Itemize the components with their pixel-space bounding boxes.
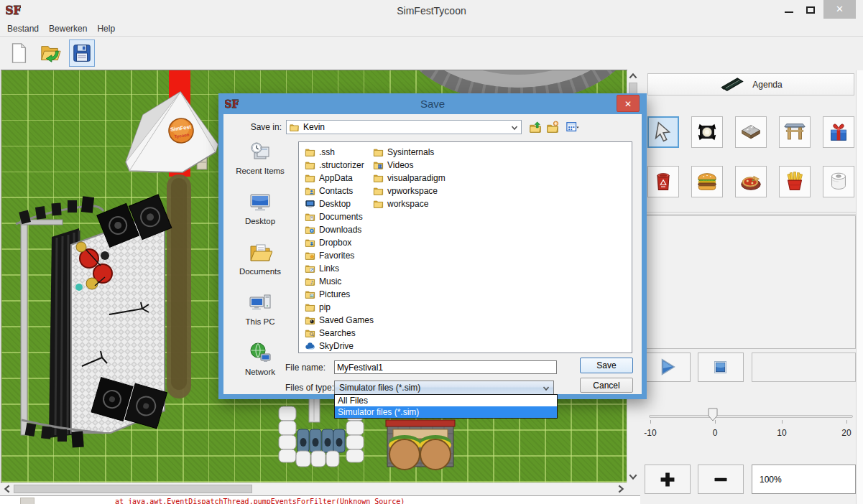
file-item-label: Searches xyxy=(319,328,356,338)
file-item-label: Documents xyxy=(319,212,363,222)
gift-tool-button[interactable] xyxy=(823,116,854,148)
files-of-type-dropdown: All FilesSimulator files (*.sim) xyxy=(334,394,558,419)
file-item-label: SkyDrive xyxy=(319,341,354,351)
file-item-links[interactable]: Links xyxy=(305,262,374,275)
places-bar-label: Recent Items xyxy=(236,167,285,175)
stop-button[interactable] xyxy=(698,353,744,382)
chevron-down-icon xyxy=(542,384,550,393)
up-one-level-button[interactable] xyxy=(527,120,543,134)
folder-icon xyxy=(305,160,315,170)
scroll-left-button[interactable] xyxy=(1,483,13,495)
files-of-type-label: Files of type: xyxy=(285,383,334,393)
file-item-.ssh[interactable]: .ssh xyxy=(305,146,374,159)
pizza-tool-button[interactable] xyxy=(735,166,767,197)
file-item-label: AppData xyxy=(319,173,353,183)
minimize-button[interactable] xyxy=(780,3,798,17)
spotlight-tool-button[interactable] xyxy=(691,116,723,148)
zoom-in-button[interactable] xyxy=(645,465,691,494)
zoom-out-button[interactable] xyxy=(698,465,744,494)
road-tile-tool-button[interactable] xyxy=(735,116,767,148)
file-item-.structorizer[interactable]: .structorizer xyxy=(305,159,374,172)
folder-film-icon xyxy=(373,160,384,170)
save-button[interactable]: Save xyxy=(580,358,633,373)
places-bar-item-documents[interactable]: Documents xyxy=(227,241,293,276)
folder-link-icon xyxy=(305,263,315,274)
file-item-vpworkspace[interactable]: vpworkspace xyxy=(373,185,446,197)
file-item-videos[interactable]: Videos xyxy=(373,159,446,172)
folder-icon xyxy=(305,302,315,312)
file-item-label: Dropbox xyxy=(319,238,351,248)
info-panel xyxy=(645,215,856,349)
dialog-close-button[interactable]: ✕ xyxy=(617,95,640,112)
horizontal-scrollbar-thumb[interactable] xyxy=(14,485,252,493)
places-bar-item-recent-items[interactable]: Recent Items xyxy=(227,140,293,175)
places-bar-item-desktop[interactable]: Desktop xyxy=(227,190,293,225)
file-list[interactable]: .ssh.structorizerAppDataContactsDesktopD… xyxy=(298,141,632,353)
entrance-tent: SimFest Tycoon xyxy=(126,92,218,172)
dialog-titlebar[interactable]: SF Save xyxy=(218,93,647,114)
file-item-contacts[interactable]: Contacts xyxy=(305,185,374,197)
cloud-icon xyxy=(305,341,315,351)
file-item-documents[interactable]: Documents xyxy=(305,210,374,223)
file-item-label: pip xyxy=(319,302,331,312)
slider-thumb[interactable] xyxy=(708,408,718,421)
panel-divider-2 xyxy=(643,214,857,215)
trash-bin-icon xyxy=(651,169,675,194)
scroll-up-button[interactable] xyxy=(627,70,639,82)
menu-item-bestand[interactable]: Bestand xyxy=(7,24,39,34)
save-file-button[interactable] xyxy=(69,39,95,67)
monitor-icon xyxy=(305,199,315,209)
file-item-visualparadigm[interactable]: visualparadigm xyxy=(373,172,446,185)
toilet-paper-tool-button[interactable] xyxy=(823,166,854,197)
maximize-button[interactable] xyxy=(802,3,819,17)
new-folder-button[interactable] xyxy=(545,120,560,134)
folder-search-icon xyxy=(305,328,315,338)
file-item-pictures[interactable]: Pictures xyxy=(305,288,374,301)
file-item-downloads[interactable]: Downloads xyxy=(305,223,374,236)
file-item-appdata[interactable]: AppData xyxy=(305,172,374,185)
close-button[interactable]: ✕ xyxy=(823,0,856,19)
folder-icon xyxy=(305,147,315,157)
file-item-saved-games[interactable]: Saved Games xyxy=(305,314,374,327)
zoom-level-field[interactable] xyxy=(752,465,856,494)
menu-item-help[interactable]: Help xyxy=(97,24,115,34)
file-item-sysinternals[interactable]: Sysinternals xyxy=(373,146,446,159)
file-name-input[interactable] xyxy=(334,360,557,374)
gate-tool-button[interactable] xyxy=(779,116,811,148)
places-bar-item-this-pc[interactable]: This PC xyxy=(227,291,293,326)
files-of-type-combobox[interactable]: Simulator files (*.sim) xyxy=(334,381,554,395)
file-item-label: Desktop xyxy=(319,199,351,209)
burger-tool-button[interactable] xyxy=(691,166,723,197)
save-in-combobox[interactable]: Kevin xyxy=(286,120,522,134)
fries-tool-button[interactable] xyxy=(779,166,811,197)
scroll-down-button[interactable] xyxy=(627,471,639,482)
file-item-searches[interactable]: Searches xyxy=(305,327,374,340)
pizza-icon xyxy=(739,169,763,194)
file-item-workspace[interactable]: workspace xyxy=(373,197,446,210)
new-file-button[interactable] xyxy=(6,39,32,67)
file-item-desktop[interactable]: Desktop xyxy=(305,197,374,210)
file-item-skydrive[interactable]: SkyDrive xyxy=(305,340,374,353)
menu-item-bewerken[interactable]: Bewerken xyxy=(49,24,87,34)
view-menu-icon xyxy=(566,121,579,134)
file-item-favorites[interactable]: Favorites xyxy=(305,249,374,262)
file-item-pip[interactable]: pip xyxy=(305,301,374,314)
circus-ring xyxy=(404,70,627,95)
view-menu-button[interactable] xyxy=(562,120,583,134)
file-item-music[interactable]: ♪Music xyxy=(305,275,374,288)
places-bar-item-network[interactable]: Network xyxy=(227,341,293,376)
slider-tick xyxy=(715,420,716,424)
open-file-button[interactable] xyxy=(37,39,63,67)
files-of-type-option[interactable]: All Files xyxy=(335,395,557,406)
scroll-right-button[interactable] xyxy=(615,483,627,495)
select-cursor-tool-button[interactable] xyxy=(647,116,679,148)
play-button[interactable] xyxy=(645,353,691,382)
menubar: BestandBewerkenHelp xyxy=(0,22,863,37)
files-of-type-option[interactable]: Simulator files (*.sim) xyxy=(335,406,557,418)
trash-bin-tool-button[interactable] xyxy=(647,166,679,197)
file-item-dropbox[interactable]: Dropbox xyxy=(305,236,374,249)
save-in-label: Save in: xyxy=(233,122,282,132)
canvas-horizontal-scrollbar[interactable] xyxy=(1,482,627,495)
cancel-button[interactable]: Cancel xyxy=(580,378,633,393)
panel-divider xyxy=(643,212,857,213)
